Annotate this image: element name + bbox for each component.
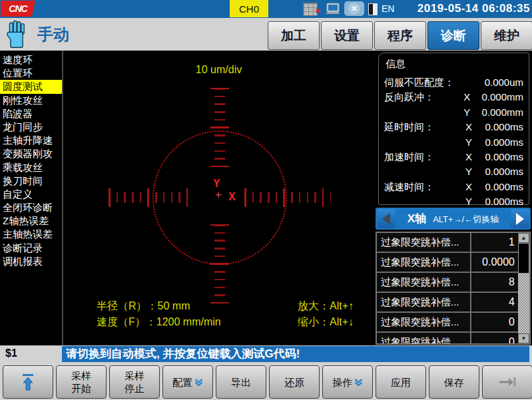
config-button[interactable]: 配置	[162, 365, 213, 399]
info-row: Y0.000ms	[379, 135, 529, 150]
table-row[interactable]: 过象限突跳补偿...0	[377, 333, 518, 345]
tab-machining[interactable]: 加工	[268, 21, 320, 50]
compensation-param-table: 过象限突跳补偿...1 过象限突跳补偿...0.0000 过象限突跳补偿...8…	[376, 232, 531, 345]
tab-maintenance[interactable]: 维护	[481, 21, 532, 50]
status-message: 请切换到自动模式, 并按复位键载入测试G代码!	[62, 346, 529, 362]
plot-center-marker: +	[215, 188, 222, 202]
mode-label: 手动	[37, 24, 69, 45]
info-row: Y0.000mm	[379, 105, 529, 120]
info-panel-title: 信息	[379, 53, 529, 71]
main-tab-bar: 手动 加工 设置 程序 诊断 维护	[0, 18, 532, 51]
info-row: 延时时间：X0.000ms	[379, 120, 529, 134]
sidebar-item-speed-loop[interactable]: 速度环	[0, 53, 62, 67]
sidebar-item-spindle-accel[interactable]: 主轴升降速	[0, 134, 62, 147]
current-axis-label: X轴	[407, 212, 426, 225]
channel-badge: CH0	[230, 0, 268, 17]
arrow-left-icon	[382, 213, 390, 225]
sidebar-item-notch-filter[interactable]: 陷波器	[0, 107, 62, 120]
next-page-button[interactable]	[482, 365, 532, 399]
zoom-in-hint: 放大：Alt+↑	[298, 300, 354, 313]
machine-offline-x-icon: ✕	[315, 7, 321, 15]
zoom-out-hint: 缩小：Alt+↓	[298, 315, 354, 329]
tab-settings[interactable]: 设置	[321, 21, 373, 50]
table-scrollbar[interactable]: ▲ ▼	[518, 233, 529, 343]
operate-button[interactable]: 操作	[322, 365, 373, 399]
plot-x-axis-label: X	[228, 191, 236, 203]
info-row: 伺服不匹配度：0.000um	[379, 75, 529, 90]
sidebar-item-custom[interactable]: 自定义	[0, 188, 62, 201]
info-row: Y0.000ms	[379, 164, 529, 179]
tab-diagnosis[interactable]: 诊断	[427, 21, 479, 50]
scroll-up-icon[interactable]: ▲	[518, 233, 529, 243]
status-bar: $1 请切换到自动模式, 并按复位键载入测试G代码!	[0, 345, 532, 363]
arrow-right-icon	[516, 213, 524, 225]
chevron-down-icon	[354, 378, 363, 387]
info-panel: 信息 伺服不匹配度：0.000um 反向跃冲：X0.000mm Y0.000mm…	[378, 53, 529, 205]
sidebar-item-load-tapping[interactable]: 乘载攻丝	[0, 161, 62, 174]
close-icon: ✕	[348, 3, 360, 15]
scroll-down-icon[interactable]: ▼	[518, 333, 529, 343]
cnc-diagnosis-screen: CNC CH0 ✕ ✕ EN 2019-05-14 06:08:35	[0, 0, 532, 400]
sidebar-item-tuning-report[interactable]: 调机报表	[0, 255, 62, 268]
scrollbar-thumb[interactable]	[518, 243, 529, 274]
content-area: 速度环 位置环 圆度测试 刚性攻丝 陷波器 龙门同步 主轴升降速 变频器刚攻 乘…	[0, 51, 532, 345]
prev-axis-button[interactable]	[377, 209, 396, 228]
sample-stop-button[interactable]: 采样 停止	[109, 365, 160, 399]
sidebar-item-gantry-sync[interactable]: 龙门同步	[0, 120, 62, 134]
roundness-test-plot: 10 um/div Y + X 半径（R）：50 mm 速度（F）：1200 m…	[63, 51, 374, 345]
sidebar-item-spindle-thermal-error[interactable]: 主轴热误差	[0, 228, 62, 241]
tab-program[interactable]: 程序	[374, 21, 426, 50]
sample-start-button[interactable]: 采样 开始	[56, 365, 107, 399]
speed-label: 速度（F）：1200 mm/min	[97, 315, 221, 329]
input-method-icon	[368, 3, 378, 15]
table-row[interactable]: 过象限突跳补偿...0.0000	[377, 253, 518, 273]
next-axis-button[interactable]	[511, 209, 529, 228]
alarm-clear-icon[interactable]: ✕	[344, 1, 364, 16]
sidebar-item-roundness-test[interactable]: 圆度测试	[0, 80, 62, 93]
sidebar-item-tool-change-time[interactable]: 换刀时间	[0, 174, 62, 188]
axis-switcher-bar: X轴ALT+→/←切换轴	[376, 208, 531, 230]
axis-switch-hint: ALT+→/←切换轴	[433, 214, 499, 224]
sidebar-item-rigid-tapping[interactable]: 刚性攻丝	[0, 94, 62, 107]
softkey-bar: 采样 开始 采样 停止 配置 导出 还原 操作 应用 保存	[0, 363, 532, 400]
sidebar-item-diagnosis-record[interactable]: 诊断记录	[0, 242, 62, 255]
table-row[interactable]: 过象限突跳补偿...4	[377, 293, 518, 313]
language-indicator: EN	[382, 3, 394, 14]
apply-button[interactable]: 应用	[376, 365, 426, 399]
table-row[interactable]: 过象限突跳补偿...8	[377, 273, 518, 293]
restore-button[interactable]: 还原	[269, 365, 320, 399]
info-row: 减速时间：X0.000ms	[379, 180, 529, 194]
sidebar-item-z-thermal-error[interactable]: Z轴热误差	[0, 214, 62, 228]
diagnosis-sidebar: 速度环 位置环 圆度测试 刚性攻丝 陷波器 龙门同步 主轴升降速 变频器刚攻 乘…	[0, 51, 62, 345]
plot-scale-label: 10 um/div	[196, 64, 242, 76]
chevron-down-icon	[194, 378, 203, 387]
brand-logo: CNC	[1, 1, 35, 17]
channel-indicator: $1	[5, 347, 17, 359]
right-panel: 信息 伺服不匹配度：0.000um 反向跃冲：X0.000mm Y0.000mm…	[374, 51, 532, 345]
sidebar-item-position-loop[interactable]: 位置环	[0, 67, 62, 80]
info-row: 反向跃冲：X0.000mm	[379, 90, 529, 104]
sidebar-item-inverter-tapping[interactable]: 变频器刚攻	[0, 147, 62, 160]
radius-label: 半径（R）：50 mm	[97, 300, 190, 313]
datetime-display: 2019-05-14 06:08:35	[417, 2, 530, 15]
sidebar-item-closed-loop-diag[interactable]: 全闭环诊断	[0, 201, 62, 214]
return-up-arrow-icon	[20, 373, 36, 391]
next-page-arrow-icon	[498, 376, 517, 388]
top-status-bar: CNC CH0 ✕ ✕ EN 2019-05-14 06:08:35	[0, 0, 532, 18]
save-button[interactable]: 保存	[429, 365, 479, 399]
pc-connection-icon	[325, 3, 341, 18]
table-row[interactable]: 过象限突跳补偿...1	[377, 233, 518, 253]
manual-mode-hand-icon	[5, 20, 28, 51]
export-button[interactable]: 导出	[216, 365, 266, 399]
back-button[interactable]	[3, 365, 53, 399]
table-row[interactable]: 过象限突跳补偿...0	[377, 313, 518, 333]
info-row: 加速时间：X0.000ms	[379, 150, 529, 164]
